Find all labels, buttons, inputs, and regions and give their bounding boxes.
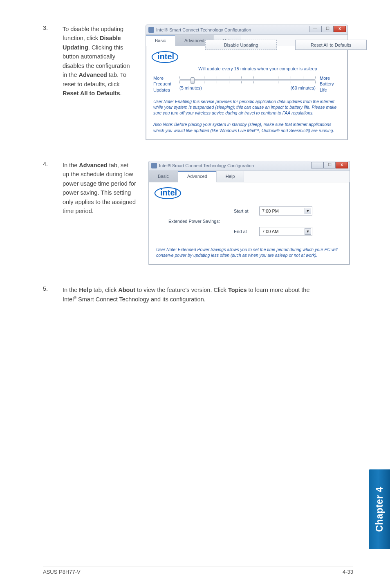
start-at-label: Start at	[234, 209, 259, 213]
config-window-basic: Intel® Smart Connect Technology Configur…	[146, 25, 348, 140]
step-number: 5.	[43, 285, 51, 304]
slider-max-label: (60 minutes)	[291, 85, 316, 90]
slider-right-label: More Battery Life	[320, 75, 340, 93]
chevron-down-icon[interactable]: ▼	[305, 228, 311, 235]
footer-right: 4-33	[343, 569, 353, 575]
minimize-button[interactable]: —	[309, 26, 321, 32]
slider-thumb[interactable]	[191, 77, 195, 84]
maximize-button[interactable]: ☐	[323, 162, 336, 168]
end-at-combo[interactable]: 7:00 AM ▼	[259, 227, 312, 236]
start-at-combo[interactable]: 7:00 PM ▼	[259, 206, 312, 215]
step-text: To disable the updating function, click …	[63, 25, 134, 98]
intel-logo: intel	[156, 187, 179, 199]
intel-logo: intel	[153, 51, 177, 63]
tab-advanced[interactable]: Advanced	[178, 171, 217, 182]
config-window-advanced: Intel® Smart Connect Technology Configur…	[148, 161, 350, 265]
disable-updating-button[interactable]: Disable Updating	[205, 40, 277, 50]
titlebar: Intel® Smart Connect Technology Configur…	[146, 25, 347, 35]
step-text: In the Help tab, click About to view the…	[63, 285, 324, 304]
user-note-1: User Note: Enabling this service provide…	[153, 99, 340, 116]
tab-help[interactable]: Help	[217, 171, 244, 182]
close-button[interactable]: x	[336, 162, 348, 168]
slider-min-label: (5 minutes)	[179, 85, 202, 90]
slider-ticks-top	[179, 76, 316, 79]
tab-basic[interactable]: Basic	[146, 35, 175, 46]
step-number: 3.	[43, 25, 51, 31]
user-note: User Note: Extended Power Savings allows…	[156, 247, 342, 258]
minimize-button[interactable]: —	[311, 162, 323, 168]
step-number: 4.	[43, 161, 51, 167]
update-interval-slider[interactable]	[179, 79, 316, 81]
extended-power-savings-label: Extended Power Savings:	[168, 219, 234, 224]
window-title: Intel® Smart Connect Technology Configur…	[159, 163, 254, 168]
tabbar: Basic Advanced Help	[149, 171, 350, 182]
maximize-button[interactable]: ☐	[321, 26, 334, 32]
slider-ticks-bottom	[179, 81, 316, 84]
window-title: Intel® Smart Connect Technology Configur…	[156, 27, 251, 32]
chevron-down-icon[interactable]: ▼	[305, 208, 311, 214]
footer-left: ASUS P8H77-V	[43, 569, 81, 575]
titlebar: Intel® Smart Connect Technology Configur…	[149, 161, 350, 171]
page-footer: ASUS P8H77-V 4-33	[43, 566, 353, 575]
close-button[interactable]: x	[334, 26, 346, 32]
step-text: In the Advanced tab, set up the schedule…	[63, 161, 136, 216]
reset-defaults-button[interactable]: Reset All to Defaults	[295, 40, 367, 50]
status-text: Will update every 15 minutes when your c…	[175, 66, 340, 71]
user-note-2: Also Note: Before placing your system in…	[153, 121, 340, 133]
tab-basic[interactable]: Basic	[149, 171, 178, 182]
app-icon	[151, 163, 157, 168]
end-at-label: End at	[234, 229, 259, 234]
chapter-tab: Chapter 4	[369, 469, 390, 549]
slider-left-label: More Frequent Updates	[153, 75, 175, 93]
app-icon	[148, 27, 154, 33]
